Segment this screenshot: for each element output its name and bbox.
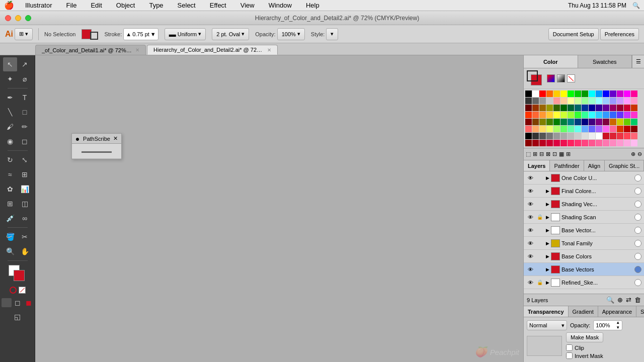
blob-brush-tool[interactable]: ◉ <box>3 134 17 148</box>
view-mode-btn[interactable]: ◱ <box>11 310 25 324</box>
swatch-cell[interactable] <box>617 126 623 132</box>
layers-move-btn[interactable]: ⇄ <box>626 296 631 304</box>
scale-tool[interactable]: ⤡ <box>18 153 32 167</box>
menu-effect[interactable]: Effect <box>207 1 229 10</box>
swatch-cell[interactable] <box>553 126 560 132</box>
free-transform-tool[interactable]: ⊞ <box>18 167 32 182</box>
swatch-cell[interactable] <box>596 112 602 118</box>
opacity-input-trans[interactable]: ▲ ▼ <box>593 320 622 330</box>
swatch-cell[interactable] <box>624 126 630 132</box>
layer-select-circle-8[interactable] <box>634 279 641 286</box>
swatch-cell[interactable] <box>624 105 630 111</box>
swatch-cell[interactable] <box>575 119 581 125</box>
stroke-input[interactable]: ▲ 0.75 pt ▼ <box>123 28 158 40</box>
layer-select-circle-6[interactable] <box>634 253 641 260</box>
swatch-cell[interactable] <box>539 98 546 104</box>
swatch-cell[interactable] <box>596 133 602 139</box>
swatch-cell[interactable] <box>525 133 532 139</box>
swatch-cell[interactable] <box>589 98 595 104</box>
layer-row[interactable]: 👁 ▶ One Color U... <box>524 171 644 185</box>
layer-lock-8[interactable]: 🔒 <box>536 280 544 285</box>
swatch-cell[interactable] <box>589 90 595 97</box>
swatch-cell[interactable] <box>553 133 560 139</box>
trans-tab-gradient[interactable]: Gradient <box>569 306 598 317</box>
layer-select-circle-5[interactable] <box>634 240 641 247</box>
swatch-cell[interactable] <box>589 119 595 125</box>
pen-tool[interactable]: ✒ <box>3 90 17 105</box>
swatch-cell[interactable] <box>532 133 539 139</box>
swatch-cell[interactable] <box>582 105 588 111</box>
layer-select-circle-0[interactable] <box>634 174 641 182</box>
swatch-cell[interactable] <box>525 140 532 146</box>
swatch-cell[interactable] <box>596 126 602 132</box>
swatch-cell[interactable] <box>624 98 630 104</box>
maximize-button[interactable] <box>25 15 31 21</box>
swatch-cell[interactable] <box>575 90 581 97</box>
swatch-cell[interactable] <box>575 133 581 139</box>
panel-icon-3[interactable]: ⊟ <box>539 151 544 157</box>
swatch-cell[interactable] <box>532 98 539 104</box>
style-selector[interactable]: ▾ <box>326 28 338 40</box>
layer-row[interactable]: 👁 ▶ Shading Vec... <box>524 198 644 211</box>
swatch-cell[interactable] <box>610 90 616 97</box>
layer-select-circle-1[interactable] <box>634 188 641 195</box>
layer-expand-2[interactable]: ▶ <box>544 202 551 207</box>
menu-illustrator[interactable]: Illustrator <box>22 1 55 10</box>
panel-menu-btn[interactable]: ☰ <box>632 55 644 68</box>
swatch-cell[interactable] <box>568 112 574 118</box>
close-button[interactable] <box>5 15 11 21</box>
swatch-cell[interactable] <box>631 112 637 118</box>
layers-tab-graphic[interactable]: Graphic St... <box>605 160 644 171</box>
swatch-cell[interactable] <box>568 140 574 146</box>
swatch-cell[interactable] <box>610 112 616 118</box>
swatch-cell[interactable] <box>560 112 567 118</box>
swatch-cell[interactable] <box>610 126 616 132</box>
scissors-tool[interactable]: ✂ <box>18 230 32 244</box>
swatch-cell[interactable] <box>596 90 602 97</box>
layer-vis-4[interactable]: 👁 <box>525 227 536 233</box>
menu-view[interactable]: View <box>237 1 258 10</box>
swatch-cell[interactable] <box>546 105 553 111</box>
live-paint-tool[interactable]: 🪣 <box>3 230 17 244</box>
swatch-cell[interactable] <box>546 90 553 97</box>
eyedropper-tool[interactable]: 💉 <box>3 211 17 225</box>
apple-menu[interactable]: 🍎 <box>4 1 14 10</box>
layers-tab-align[interactable]: Align <box>584 160 605 171</box>
swatch-cell[interactable] <box>539 133 546 139</box>
panel-icon-7[interactable]: ⊞ <box>566 151 571 157</box>
eraser-tool[interactable]: ◻ <box>18 134 32 148</box>
swatch-cell[interactable] <box>582 90 588 97</box>
swatch-cell[interactable] <box>532 119 539 125</box>
gradient-tool[interactable]: ◫ <box>18 197 32 211</box>
swatch-cell[interactable] <box>582 98 588 104</box>
swatch-cell[interactable] <box>568 119 574 125</box>
lasso-tool[interactable]: ⌀ <box>18 72 32 86</box>
clip-checkbox[interactable] <box>566 344 573 351</box>
swatch-cell[interactable] <box>539 112 546 118</box>
stroke-line-style[interactable]: ▬ Uniform ▾ <box>165 28 206 40</box>
swatch-cell[interactable] <box>610 140 616 146</box>
swatch-cell[interactable] <box>617 112 623 118</box>
swatch-cell[interactable] <box>568 98 574 104</box>
swatch-cell[interactable] <box>546 133 553 139</box>
tab-1-close[interactable]: ✕ <box>135 47 139 53</box>
trans-tab-stroke[interactable]: Stroke <box>636 306 644 317</box>
swatch-cell[interactable] <box>560 126 567 132</box>
layer-row[interactable]: 👁 ▶ Base Vector... <box>524 224 644 237</box>
swatch-cell[interactable] <box>582 126 588 132</box>
layer-row[interactable]: 👁 🔒 ▶ Shading Scan <box>524 211 644 224</box>
swatch-cell[interactable] <box>631 90 637 97</box>
swatch-cell[interactable] <box>596 105 602 111</box>
swatch-cell[interactable] <box>596 140 602 146</box>
swatch-cell[interactable] <box>546 119 553 125</box>
pathscribe-close[interactable]: ✕ <box>112 135 119 142</box>
search-icon[interactable]: 🔍 <box>632 2 640 9</box>
swatch-cell[interactable] <box>617 98 623 104</box>
invert-mask-checkbox[interactable] <box>566 352 573 359</box>
layer-select-circle-3[interactable] <box>634 214 641 221</box>
screen-mode-normal[interactable] <box>2 298 12 307</box>
type-tool[interactable]: T <box>18 90 32 105</box>
panel-icon-8[interactable]: ⊕ <box>631 151 635 157</box>
line-tool[interactable]: ╲ <box>3 105 17 119</box>
layer-expand-6[interactable]: ▶ <box>544 254 551 259</box>
